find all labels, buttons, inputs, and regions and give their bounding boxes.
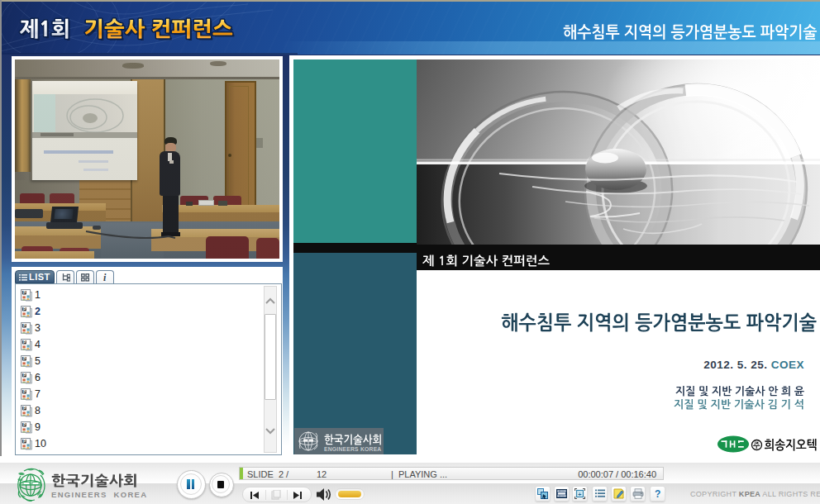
- svg-text:+: +: [578, 492, 581, 497]
